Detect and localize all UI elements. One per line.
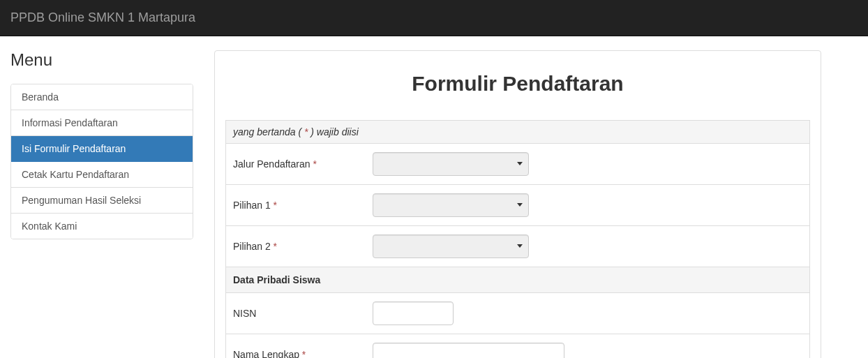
pilihan2-label-wrap: Pilihan 2 *	[233, 241, 373, 252]
field-pilihan2: Pilihan 2 *	[225, 226, 810, 267]
required-mark: *	[313, 158, 316, 170]
sidebar-item-pengumuman[interactable]: Pengumuman Hasil Seleksi	[11, 188, 193, 214]
sidebar-menu: Beranda Informasi Pendaftaran Isi Formul…	[10, 84, 193, 239]
note-prefix: yang bertanda (	[233, 126, 304, 137]
sidebar-heading: Menu	[10, 50, 193, 70]
pilihan2-select[interactable]	[373, 234, 529, 258]
sidebar-item-kontak[interactable]: Kontak Kami	[11, 214, 193, 239]
nama-input[interactable]	[373, 343, 564, 358]
page-title: Formulir Pendaftaran	[215, 72, 821, 96]
jalur-label: Jalur Pendaftaran	[233, 158, 313, 170]
required-mark: *	[302, 349, 306, 358]
form-body: yang bertanda ( * ) wajib diisi Jalur Pe…	[215, 120, 821, 358]
required-mark: *	[274, 241, 277, 252]
nisn-label-wrap: NISN	[233, 308, 373, 319]
nama-label-wrap: Nama Lengkap *	[233, 349, 373, 358]
sidebar-item-cetak[interactable]: Cetak Kartu Pendaftaran	[11, 162, 193, 188]
field-nisn: NISN	[225, 293, 810, 334]
pilihan2-label: Pilihan 2	[233, 241, 274, 252]
pilihan1-select[interactable]	[373, 193, 529, 217]
sidebar-item-beranda[interactable]: Beranda	[11, 84, 193, 110]
field-pilihan1: Pilihan 1 *	[225, 185, 810, 226]
main-content: Formulir Pendaftaran yang bertanda ( * )…	[214, 50, 821, 358]
sidebar: Menu Beranda Informasi Pendaftaran Isi F…	[10, 50, 193, 358]
navbar: PPDB Online SMKN 1 Martapura	[0, 0, 868, 36]
sidebar-item-informasi[interactable]: Informasi Pendaftaran	[11, 110, 193, 136]
required-mark: *	[274, 200, 277, 211]
navbar-brand[interactable]: PPDB Online SMKN 1 Martapura	[10, 0, 195, 36]
sidebar-item-isi-formulir[interactable]: Isi Formulir Pendaftaran	[11, 136, 193, 162]
section-data-pribadi-label: Data Pribadi Siswa	[233, 274, 320, 285]
section-data-pribadi: Data Pribadi Siswa	[225, 267, 810, 293]
field-nama-lengkap: Nama Lengkap *	[225, 334, 810, 358]
form-panel: Formulir Pendaftaran yang bertanda ( * )…	[214, 50, 821, 358]
jalur-label-wrap: Jalur Pendaftaran *	[233, 158, 373, 170]
jalur-select[interactable]	[373, 152, 529, 176]
field-jalur-pendaftaran: Jalur Pendaftaran *	[225, 144, 810, 185]
required-note: yang bertanda ( * ) wajib diisi	[225, 120, 810, 144]
note-suffix: ) wajib diisi	[308, 126, 358, 137]
nisn-input[interactable]	[373, 301, 454, 325]
nama-label: Nama Lengkap	[233, 349, 302, 358]
nisn-label: NISN	[233, 308, 256, 319]
pilihan1-label: Pilihan 1	[233, 200, 274, 211]
page-container: Menu Beranda Informasi Pendaftaran Isi F…	[0, 36, 868, 358]
pilihan1-label-wrap: Pilihan 1 *	[233, 200, 373, 211]
